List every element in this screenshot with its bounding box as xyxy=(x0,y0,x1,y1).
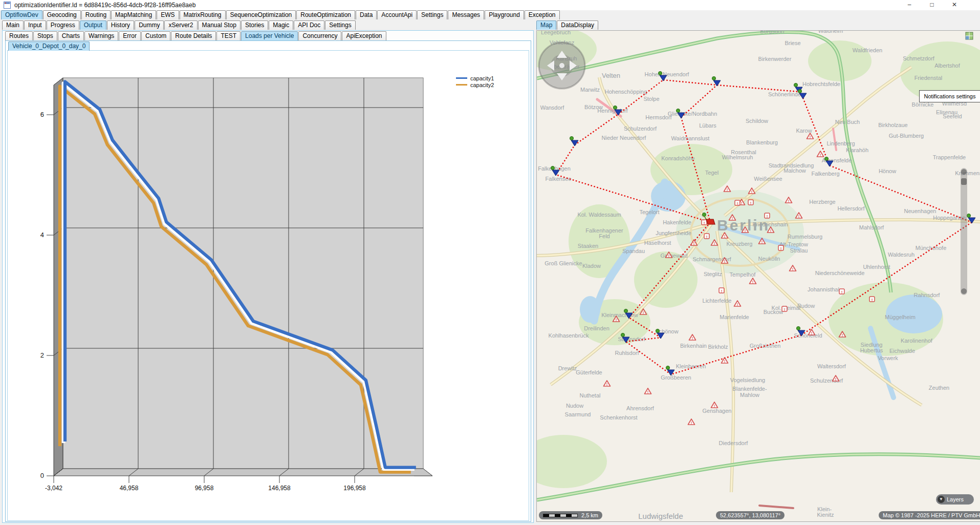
tab-apiexception[interactable]: ApiException xyxy=(342,31,386,40)
tab-progress[interactable]: Progress xyxy=(47,20,79,30)
maximize-button[interactable]: □ xyxy=(921,0,943,10)
layers-icon: ▼ xyxy=(938,496,945,503)
tab-settings[interactable]: Settings xyxy=(417,10,447,19)
svg-text:!: ! xyxy=(647,390,649,394)
zoom-slider-handle[interactable] xyxy=(961,178,967,185)
map-town-label: Zeuthen xyxy=(929,385,949,391)
map-town-label: Briese xyxy=(785,40,800,46)
map-town-label: Dreilinden xyxy=(584,325,609,331)
layers-button-label: Layers xyxy=(947,496,964,502)
tab-manual-stop[interactable]: Manual Stop xyxy=(198,20,241,30)
svg-text:!: ! xyxy=(761,240,763,244)
tab-history[interactable]: History xyxy=(107,20,134,30)
svg-text:!: ! xyxy=(721,289,723,293)
tab-main[interactable]: Main xyxy=(2,20,24,30)
svg-text:!: ! xyxy=(751,190,753,194)
tab-loads-per-vehicle[interactable]: Loads per Vehicle xyxy=(241,31,298,40)
map-town-label: Kol. Waldessaum xyxy=(577,212,621,218)
minimize-button[interactable]: – xyxy=(898,0,921,10)
map-town-label: Marienfelde xyxy=(720,314,749,320)
svg-text:!: ! xyxy=(767,214,768,219)
map-town-label: Ruhlsdorf xyxy=(615,350,639,356)
tab-optiflowdev[interactable]: OptiflowDev xyxy=(1,10,42,19)
tab-map[interactable]: Map xyxy=(536,20,556,30)
scale-bar-icon xyxy=(543,514,578,517)
tab-magic[interactable]: Magic xyxy=(269,20,293,30)
tab-sequenceoptimization[interactable]: SequenceOptimization xyxy=(226,10,296,19)
legend-swatch-capacity1 xyxy=(456,77,467,79)
tab-output[interactable]: Output xyxy=(80,20,106,30)
map-town-label: Hellersdorf xyxy=(837,205,865,212)
title-bar: optimizationIdentifier.Id = 6d88419c-856… xyxy=(0,0,980,10)
map-copyright: Map © 1987 -2025 HERE / PTV GmbH xyxy=(879,511,980,519)
tabrow-output-sections: RoutesStopsChartsWarningsErrorCustomRout… xyxy=(5,31,387,41)
tabrow-map-panel: MapDataDisplay xyxy=(536,20,599,30)
tab-custom[interactable]: Custom xyxy=(141,31,170,40)
tab-stories[interactable]: Stories xyxy=(241,20,268,30)
svg-text:!: ! xyxy=(752,280,754,284)
zoom-out-dot[interactable] xyxy=(961,288,967,294)
map-town-label: Hermsdorf xyxy=(645,114,672,120)
tab-concurrency[interactable]: Concurrency xyxy=(298,31,341,40)
map-town-label: Konradshöhe xyxy=(661,155,694,161)
svg-text:!: ! xyxy=(750,201,752,205)
tab-playground[interactable]: Playground xyxy=(485,10,524,19)
tab-stops[interactable]: Stops xyxy=(33,31,57,40)
map-pan-control[interactable] xyxy=(539,43,585,89)
notifications-settings-tooltip[interactable]: Notifications settings xyxy=(919,90,980,102)
tab-warnings[interactable]: Warnings xyxy=(84,31,118,40)
traffic-warning-square-icon: ! xyxy=(704,234,709,239)
tab-settings[interactable]: Settings xyxy=(325,20,355,30)
map-town-label: Großbeeren xyxy=(661,374,691,381)
map-town-label: Gut-Blumberg xyxy=(889,133,924,139)
map-town-label: Groß Glienicke xyxy=(545,260,582,266)
tab-ews[interactable]: EWS xyxy=(157,10,179,19)
tab-data[interactable]: Data xyxy=(356,10,377,19)
tab-xserver2[interactable]: xServer2 xyxy=(164,20,197,30)
tab-exception[interactable]: Exception xyxy=(525,10,560,19)
map-town-label: Schenkenhorst xyxy=(600,414,637,421)
tab-api-doc[interactable]: API Doc xyxy=(294,20,324,30)
zoom-in-dot[interactable] xyxy=(961,169,967,175)
tab-routeoptimization[interactable]: RouteOptimization xyxy=(296,10,355,19)
tab-mapmatching[interactable]: MapMatching xyxy=(111,10,156,19)
tab-geocoding[interactable]: Geocoding xyxy=(43,10,81,19)
tab-input[interactable]: Input xyxy=(24,20,46,30)
map-town-label: Waldfrieden xyxy=(853,47,882,53)
tab-routes[interactable]: Routes xyxy=(5,31,33,40)
map-zoom-slider[interactable] xyxy=(961,168,967,295)
svg-text:!: ! xyxy=(714,241,715,246)
map-town-label: Steglitz xyxy=(704,271,722,277)
tabrow-services: OptiflowDevGeocodingRoutingMapMatchingEW… xyxy=(1,10,560,20)
close-button[interactable]: ✕ xyxy=(943,0,966,10)
map-view[interactable]: LeegebruchBorgsdorfBrieseWaldheimVehlefa… xyxy=(536,30,980,522)
map-town-label: Rummelsburg xyxy=(788,234,822,240)
svg-text:!: ! xyxy=(798,214,800,219)
tab-matrixrouting[interactable]: MatrixRouting xyxy=(180,10,226,19)
tab-accountapi[interactable]: AccountApi xyxy=(377,10,417,19)
tab-charts[interactable]: Charts xyxy=(58,31,84,40)
map-town-label: Blankenfelde- xyxy=(732,386,767,392)
map-town-label: Müggelheim xyxy=(885,314,916,320)
traffic-warning-square-icon: ! xyxy=(735,200,740,206)
tab-test[interactable]: TEST xyxy=(216,31,241,40)
svg-text:!: ! xyxy=(745,228,746,233)
traffic-warning-square-icon: ! xyxy=(782,306,787,312)
map-overview-icon[interactable] xyxy=(966,32,973,39)
tab-route-details[interactable]: Route Details xyxy=(171,31,216,40)
tab-messages[interactable]: Messages xyxy=(448,10,484,19)
map-town-label: Marwitz xyxy=(580,87,600,93)
svg-text:!: ! xyxy=(810,135,811,139)
map-town-label: Tempelhof xyxy=(730,271,756,278)
tab-datadisplay[interactable]: DataDisplay xyxy=(557,20,598,30)
map-town-label: Nuthetal xyxy=(580,392,601,398)
app-icon xyxy=(4,2,11,9)
svg-text:!: ! xyxy=(727,187,728,192)
tab-error[interactable]: Error xyxy=(119,31,141,40)
tab-dummy[interactable]: Dummy xyxy=(135,20,164,30)
layers-button[interactable]: ▼Layers xyxy=(936,494,974,505)
map-town-label: Blankenburg xyxy=(746,139,778,145)
map-town-label: Genshagen xyxy=(703,408,732,414)
tab-vehicle-0-depot-0-day-0[interactable]: Vehicle_0_Depot_0_day_0 xyxy=(8,41,90,51)
tab-routing[interactable]: Routing xyxy=(81,10,111,19)
